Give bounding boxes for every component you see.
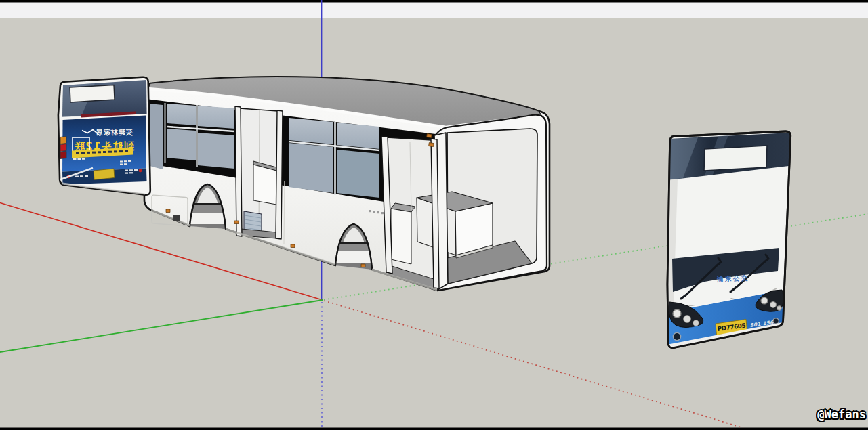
fog-light-left xyxy=(673,332,680,340)
front-wheelbox-face xyxy=(391,209,411,264)
bus-front-panel[interactable]: 浦东公交 PD77605 S01-156 xyxy=(667,131,791,352)
door-frame-right xyxy=(276,110,283,239)
side-marker-light xyxy=(234,221,239,224)
fog-light-right xyxy=(773,318,779,324)
bottom-frame-bar xyxy=(0,428,868,430)
rear-taillight-dot xyxy=(139,169,142,173)
vent-square xyxy=(173,215,180,221)
rear-route-sign xyxy=(70,85,115,103)
rear-taillight-cluster xyxy=(60,137,66,159)
viewport-canvas[interactable]: 买建材家居 到航头12联 50524 xyxy=(0,0,868,430)
door-frame-left xyxy=(235,106,242,236)
door-hinge-marker xyxy=(427,134,432,138)
modeling-viewport[interactable]: 买建材家居 到航头12联 50524 xyxy=(0,0,868,430)
rear-ad-line1: 买建材家居 xyxy=(96,128,133,136)
door-hinge-marker xyxy=(429,143,434,147)
side-marker-light xyxy=(166,209,170,213)
rear-license-plate xyxy=(94,169,115,180)
top-frame-bar xyxy=(0,0,868,3)
destination-sign xyxy=(704,146,767,171)
side-marker-light xyxy=(361,264,365,267)
bus-rear-panel[interactable]: 买建材家居 到航头12联 50524 xyxy=(58,77,150,195)
rear-door-opening[interactable] xyxy=(235,106,283,239)
watermark-label: @Wefans xyxy=(817,408,866,422)
side-marker-light xyxy=(291,244,295,248)
sky-band xyxy=(0,0,868,18)
